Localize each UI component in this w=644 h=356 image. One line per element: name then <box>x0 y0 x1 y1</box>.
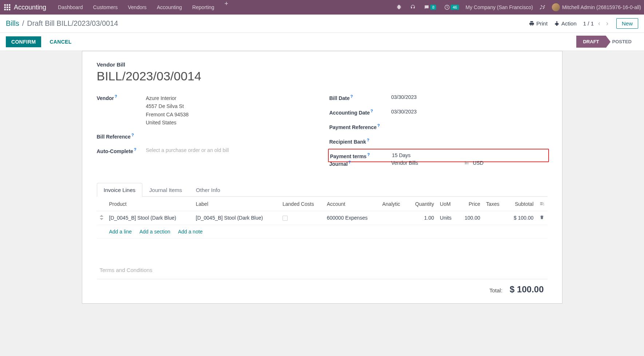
avatar <box>552 3 560 11</box>
col-account: Account <box>324 197 379 211</box>
add-line-link[interactable]: Add a line <box>109 229 132 235</box>
autocomplete-label: Auto-Complete <box>97 148 133 154</box>
tab-other-info[interactable]: Other Info <box>189 183 227 197</box>
col-taxes: Taxes <box>483 197 506 211</box>
autocomplete-field[interactable]: Select a purchase order or an old bill <box>146 147 315 153</box>
user-menu[interactable]: Mitchell Admin (26815976-16-0-all) <box>552 3 641 11</box>
bill-reference-label: Bill Reference <box>97 133 131 139</box>
breadcrumb-sep: / <box>22 19 24 28</box>
print-button[interactable]: Print <box>529 20 548 27</box>
activity-icon[interactable]: 46 <box>443 4 460 10</box>
nav-new-menu[interactable]: + <box>220 0 233 15</box>
status-draft[interactable]: DRAFT <box>576 36 605 48</box>
table-row[interactable]: [D_0045_B] Stool (Dark Blue) [D_0045_B] … <box>97 211 548 225</box>
doc-subtitle: Vendor Bill <box>97 61 548 68</box>
help-icon[interactable]: ? <box>348 160 351 164</box>
svg-rect-0 <box>4 4 6 6</box>
recipient-bank-label: Recipient Bank <box>329 139 366 145</box>
drag-handle-icon[interactable] <box>97 211 106 225</box>
cell-price[interactable]: 100.00 <box>458 211 483 225</box>
help-icon[interactable]: ? <box>351 94 353 99</box>
svg-rect-6 <box>4 9 6 10</box>
activity-badge: 46 <box>451 5 459 10</box>
cell-label[interactable]: [D_0045_B] Stool (Dark Blue) <box>193 211 280 225</box>
optional-columns-icon[interactable] <box>537 197 548 211</box>
help-icon[interactable]: ? <box>377 123 380 128</box>
col-analytic: Analytic <box>379 197 407 211</box>
help-icon[interactable]: ? <box>371 109 373 113</box>
tab-journal-items[interactable]: Journal Items <box>142 183 189 197</box>
vendor-field[interactable]: Azure Interior 4557 De Silva St Fremont … <box>146 93 315 127</box>
total-label: Total: <box>489 287 502 293</box>
total-value: $ 100.00 <box>510 284 544 295</box>
cell-analytic[interactable] <box>379 211 407 225</box>
recipient-bank-field[interactable] <box>391 137 548 138</box>
pager-prev-icon[interactable]: ‹ <box>597 20 602 27</box>
cell-landed-costs[interactable] <box>280 211 324 225</box>
bug-icon[interactable] <box>395 4 403 10</box>
payment-reference-label: Payment Reference <box>329 124 377 130</box>
messaging-badge: 8 <box>430 5 436 10</box>
help-icon[interactable]: ? <box>115 94 117 99</box>
currency-field[interactable]: USD <box>473 160 484 166</box>
col-price: Price <box>458 197 483 211</box>
nav-accounting[interactable]: Accounting <box>153 0 186 15</box>
vendor-label: Vendor <box>97 95 114 101</box>
nav-reporting[interactable]: Reporting <box>188 0 219 15</box>
action-menu[interactable]: Action <box>554 20 577 27</box>
support-icon[interactable] <box>408 4 417 10</box>
nav-customers[interactable]: Customers <box>89 0 122 15</box>
bill-date-label: Bill Date <box>329 95 350 101</box>
help-icon[interactable]: ? <box>367 138 370 142</box>
terms-field[interactable]: Terms and Conditions <box>97 260 548 275</box>
cell-product[interactable]: [D_0045_B] Stool (Dark Blue) <box>106 211 193 225</box>
accounting-date-label: Accounting Date <box>329 110 370 116</box>
svg-rect-8 <box>9 9 10 10</box>
cell-account[interactable]: 600000 Expenses <box>324 211 379 225</box>
tab-invoice-lines[interactable]: Invoice Lines <box>97 183 143 197</box>
journal-in-label: in <box>465 160 469 165</box>
col-quantity: Quantity <box>407 197 437 211</box>
payment-terms-label: Payment terms <box>330 153 367 159</box>
add-note-link[interactable]: Add a note <box>178 229 203 235</box>
confirm-button[interactable]: CONFIRM <box>6 36 41 47</box>
breadcrumb-current: Draft Bill BILL/2023/03/0014 <box>27 19 118 28</box>
company-selector[interactable]: My Company (San Francisco) <box>466 4 533 10</box>
cell-quantity[interactable]: 1.00 <box>407 211 437 225</box>
bill-reference-field[interactable] <box>146 132 315 133</box>
tools-icon[interactable] <box>538 4 547 10</box>
svg-rect-4 <box>7 7 8 8</box>
col-label: Label <box>193 197 280 211</box>
cell-taxes[interactable] <box>483 211 506 225</box>
cell-uom[interactable]: Units <box>437 211 458 225</box>
journal-label: Journal <box>329 161 348 167</box>
messaging-icon[interactable]: 8 <box>422 4 438 10</box>
help-icon[interactable]: ? <box>134 147 137 152</box>
svg-rect-3 <box>4 7 6 8</box>
nav-vendors[interactable]: Vendors <box>123 0 151 15</box>
cell-subtotal: $ 100.00 <box>506 211 537 225</box>
app-name[interactable]: Accounting <box>14 4 46 11</box>
help-icon[interactable]: ? <box>131 133 134 137</box>
svg-marker-10 <box>100 215 103 217</box>
cancel-button[interactable]: CANCEL <box>44 36 77 47</box>
new-button[interactable]: New <box>616 18 638 29</box>
apps-icon[interactable] <box>4 4 11 11</box>
payment-reference-field[interactable] <box>391 123 548 123</box>
accounting-date-field[interactable]: 03/30/2023 <box>391 108 548 115</box>
payment-terms-field[interactable]: 15 Days <box>392 152 547 158</box>
pager-count[interactable]: 1 / 1 <box>583 20 594 27</box>
bill-date-field[interactable]: 03/30/2023 <box>391 93 548 100</box>
delete-row-icon[interactable] <box>537 211 548 225</box>
status-posted[interactable]: POSTED <box>606 36 638 48</box>
breadcrumb-parent[interactable]: Bills <box>6 19 19 28</box>
help-icon[interactable]: ? <box>367 152 370 157</box>
pager-next-icon[interactable]: › <box>605 20 610 27</box>
nav-dashboard[interactable]: Dashboard <box>54 0 87 15</box>
svg-rect-1 <box>7 4 8 6</box>
svg-rect-5 <box>9 7 10 8</box>
journal-field[interactable]: Vendor Bills <box>391 160 461 166</box>
add-section-link[interactable]: Add a section <box>139 229 170 235</box>
col-subtotal: Subtotal <box>506 197 537 211</box>
landed-cost-checkbox[interactable] <box>283 216 288 221</box>
